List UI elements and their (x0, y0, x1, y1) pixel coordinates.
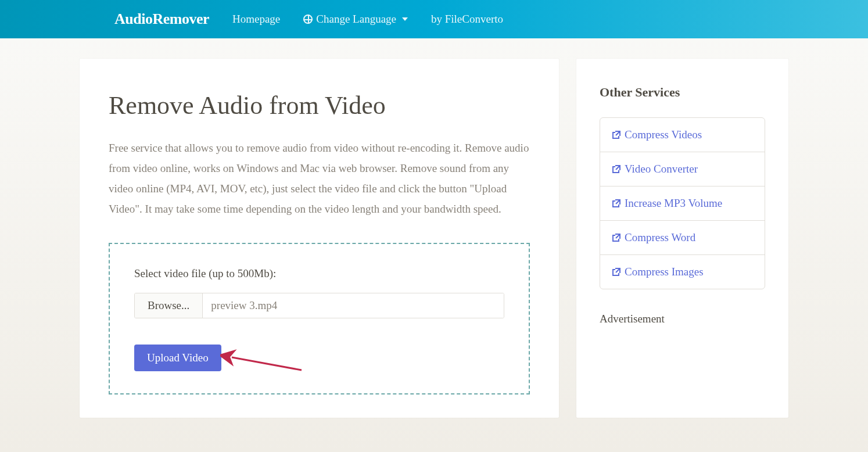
nav-change-language[interactable]: Change Language (303, 13, 408, 26)
svg-line-0 (232, 357, 302, 370)
external-link-icon (612, 267, 621, 277)
service-label: Increase MP3 Volume (625, 197, 722, 210)
service-compress-word[interactable]: Compress Word (600, 221, 765, 255)
top-navbar: AudioRemover Homepage Change Language by… (0, 0, 868, 38)
external-link-icon (612, 164, 621, 174)
page-title: Remove Audio from Video (109, 91, 530, 120)
change-language-label: Change Language (316, 13, 396, 26)
file-name-field[interactable] (203, 293, 504, 318)
nav-by-fileconverto[interactable]: by FileConverto (431, 13, 503, 26)
service-label: Compress Videos (625, 128, 702, 141)
service-increase-mp3-volume[interactable]: Increase MP3 Volume (600, 186, 765, 221)
service-label: Compress Word (625, 231, 695, 244)
external-link-icon (612, 199, 621, 208)
other-services-title: Other Services (600, 85, 765, 100)
nav-homepage[interactable]: Homepage (232, 13, 280, 26)
brand-logo[interactable]: AudioRemover (114, 10, 209, 28)
browse-button[interactable]: Browse... (135, 293, 203, 318)
sidebar: Other Services Compress Videos Video Con… (576, 59, 788, 418)
service-compress-videos[interactable]: Compress Videos (600, 118, 765, 152)
external-link-icon (612, 233, 621, 242)
annotation-arrow-icon (220, 347, 307, 376)
service-label: Video Converter (625, 163, 698, 175)
service-video-converter[interactable]: Video Converter (600, 152, 765, 186)
globe-icon (303, 15, 313, 24)
advertisement-title: Advertisement (600, 313, 765, 325)
page-description: Free service that allows you to remove a… (109, 138, 530, 220)
select-file-label: Select video file (up to 500Mb): (134, 267, 504, 280)
service-label: Compress Images (625, 266, 704, 278)
upload-video-button[interactable]: Upload Video (134, 345, 221, 371)
main-panel: Remove Audio from Video Free service tha… (80, 59, 559, 418)
service-compress-images[interactable]: Compress Images (600, 255, 765, 289)
file-input-row: Browse... (134, 293, 504, 318)
external-link-icon (612, 130, 621, 139)
chevron-down-icon (402, 17, 408, 21)
service-list: Compress Videos Video Converter Increase… (600, 117, 765, 289)
upload-dropzone: Select video file (up to 500Mb): Browse.… (109, 243, 530, 394)
